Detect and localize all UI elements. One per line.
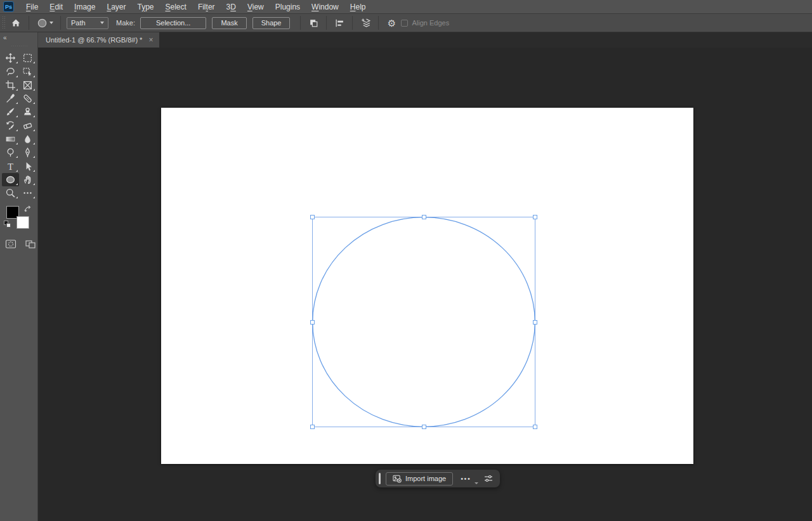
- transform-handle-bottom-left[interactable]: [310, 425, 315, 429]
- chevron-down-icon: [100, 22, 104, 24]
- home-button[interactable]: [8, 15, 24, 31]
- path-arrangement-icon[interactable]: [357, 15, 374, 31]
- photoshop-logo-icon: Ps: [3, 1, 14, 12]
- tool-options-bar: Path Make: Selection... Mask Shape ⚙ Ali…: [0, 13, 812, 32]
- separator: [29, 16, 29, 30]
- gear-icon[interactable]: ⚙: [383, 15, 400, 31]
- tools-panel-grip[interactable]: [11, 45, 27, 48]
- pen-tool[interactable]: [19, 146, 36, 159]
- lasso-tool[interactable]: [2, 65, 19, 78]
- options-bar-grip[interactable]: [2, 16, 5, 30]
- document-tab[interactable]: Untitled-1 @ 66.7% (RGB/8#) * ×: [38, 32, 159, 48]
- marquee-tool[interactable]: [19, 51, 36, 65]
- more-options-icon[interactable]: •••: [458, 475, 473, 482]
- menu-bar: Ps FileEditImageLayerTypeSelectFilter3DV…: [0, 0, 812, 13]
- path-alignment-icon[interactable]: [331, 15, 348, 31]
- menu-item-layer[interactable]: Layer: [101, 3, 131, 11]
- align-edges-checkbox[interactable]: [401, 20, 408, 27]
- menu-item-plugins[interactable]: Plugins: [270, 3, 306, 11]
- menu-item-edit[interactable]: Edit: [44, 3, 69, 11]
- menu-item-help[interactable]: Help: [344, 3, 372, 11]
- main-menu: FileEditImageLayerTypeSelectFilter3DView…: [20, 3, 371, 11]
- background-color-swatch[interactable]: [16, 216, 29, 229]
- screen-mode-button[interactable]: [25, 239, 36, 252]
- object-selection-tool[interactable]: [19, 65, 36, 78]
- quick-mask-button[interactable]: [5, 239, 16, 252]
- tools-panel: « T: [0, 32, 38, 521]
- contextual-task-bar: Import image •••: [376, 470, 500, 487]
- menu-item-view[interactable]: View: [242, 3, 270, 11]
- eraser-tool[interactable]: [19, 119, 36, 132]
- make-label: Make:: [116, 19, 135, 27]
- separator: [300, 16, 301, 30]
- separator: [326, 16, 327, 30]
- ellipse-tool-preview[interactable]: [34, 17, 56, 29]
- frame-tool[interactable]: [19, 79, 36, 92]
- make-mask-button[interactable]: Mask: [212, 17, 246, 29]
- menu-item-file[interactable]: File: [20, 3, 44, 11]
- menu-item-image[interactable]: Image: [69, 3, 101, 11]
- blur-tool[interactable]: [19, 132, 36, 146]
- import-image-label: Import image: [405, 475, 446, 482]
- menu-item-filter[interactable]: Filter: [192, 3, 221, 11]
- dodge-tool[interactable]: [2, 146, 19, 159]
- document-tab-strip: Untitled-1 @ 66.7% (RGB/8#) * ×: [38, 32, 812, 48]
- type-tool[interactable]: T: [2, 159, 19, 172]
- separator: [378, 16, 379, 30]
- separator: [60, 16, 61, 30]
- default-colors-icon[interactable]: [4, 221, 11, 228]
- align-edges-label: Align Edges: [412, 19, 449, 27]
- tools-panel-bottom: [5, 239, 37, 252]
- pick-tool-mode-select[interactable]: Path: [67, 17, 108, 29]
- document-tab-title: Untitled-1 @ 66.7% (RGB/8#) *: [46, 36, 142, 44]
- transform-handle-middle-right[interactable]: [533, 320, 537, 325]
- chevron-down-icon: [49, 22, 53, 24]
- task-bar-drag-handle[interactable]: [379, 473, 381, 484]
- import-image-icon: [393, 474, 402, 483]
- more-tools[interactable]: [19, 186, 36, 200]
- ellipse-tool[interactable]: [2, 173, 19, 186]
- transform-handle-top-right[interactable]: [533, 215, 537, 219]
- mode-select-value: Path: [71, 19, 86, 27]
- transform-handle-middle-left[interactable]: [310, 320, 315, 325]
- eyedropper-tool[interactable]: [2, 92, 19, 105]
- properties-sliders-icon[interactable]: [483, 473, 494, 484]
- zoom-tool[interactable]: [2, 186, 19, 200]
- close-tab-icon[interactable]: ×: [148, 35, 153, 44]
- hand-tool[interactable]: [19, 173, 36, 186]
- make-selection-button[interactable]: Selection...: [140, 17, 206, 29]
- transform-handle-bottom-right[interactable]: [533, 425, 537, 429]
- import-image-button[interactable]: Import image: [386, 472, 453, 486]
- menu-item-window[interactable]: Window: [306, 3, 344, 11]
- collapse-panel-icon[interactable]: «: [0, 32, 37, 41]
- history-brush-tool[interactable]: [2, 119, 19, 132]
- make-shape-button[interactable]: Shape: [252, 17, 291, 29]
- gradient-tool[interactable]: [2, 132, 19, 146]
- menu-item-select[interactable]: Select: [160, 3, 192, 11]
- canvas-area: Import image •••: [38, 48, 812, 521]
- transform-handle-top-center[interactable]: [422, 215, 426, 219]
- path-selection-tool[interactable]: [19, 159, 36, 172]
- move-tool[interactable]: [2, 51, 19, 65]
- separator: [352, 16, 353, 30]
- brush-tool[interactable]: [2, 105, 19, 119]
- swap-colors-icon[interactable]: [24, 204, 32, 215]
- shape-bounding-box: [312, 217, 535, 427]
- healing-brush-tool[interactable]: [19, 92, 36, 105]
- svg-text:T: T: [7, 161, 13, 171]
- transform-handle-bottom-center[interactable]: [422, 425, 426, 429]
- tool-grid: T: [1, 51, 37, 200]
- path-operations-icon[interactable]: [305, 15, 322, 31]
- menu-item-3d[interactable]: 3D: [221, 3, 242, 11]
- color-swatches: [0, 203, 37, 234]
- menu-item-type[interactable]: Type: [131, 3, 159, 11]
- transform-handle-top-left[interactable]: [310, 215, 315, 219]
- clone-stamp-tool[interactable]: [19, 105, 36, 119]
- crop-tool[interactable]: [2, 79, 19, 92]
- ellipse-path[interactable]: [312, 217, 535, 427]
- collapse-bar-icon[interactable]: [475, 482, 478, 484]
